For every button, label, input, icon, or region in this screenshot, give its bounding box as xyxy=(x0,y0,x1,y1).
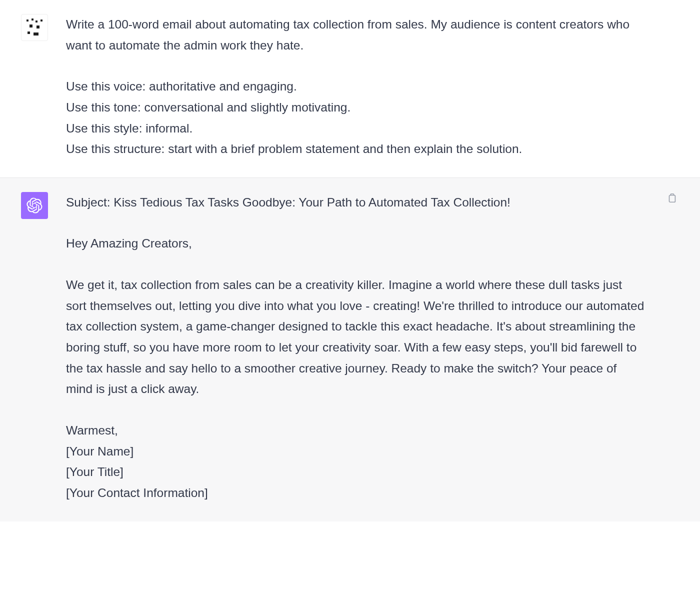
assistant-message: Subject: Kiss Tedious Tax Tasks Goodbye:… xyxy=(0,178,700,522)
email-subject: Subject: Kiss Tedious Tax Tasks Goodbye:… xyxy=(66,192,645,213)
svg-rect-7 xyxy=(34,32,38,36)
assistant-avatar xyxy=(21,192,48,219)
prompt-voice: Use this voice: authoritative and engagi… xyxy=(66,76,645,97)
svg-rect-3 xyxy=(40,20,42,22)
email-greeting: Hey Amazing Creators, xyxy=(66,233,645,254)
svg-rect-4 xyxy=(30,24,32,28)
copy-icon xyxy=(666,192,678,204)
svg-rect-2 xyxy=(36,20,38,22)
user-avatar-icon xyxy=(24,18,44,38)
email-sig-title: [Your Title] xyxy=(66,462,645,482)
copy-button[interactable] xyxy=(665,191,679,205)
prompt-tone: Use this tone: conversational and slight… xyxy=(66,97,645,118)
email-sig-contact: [Your Contact Information] xyxy=(66,482,645,504)
svg-rect-0 xyxy=(26,20,28,22)
user-message-content: Write a 100-word email about automating … xyxy=(66,14,700,160)
user-avatar xyxy=(21,14,48,41)
svg-rect-5 xyxy=(36,26,40,28)
email-sig-name: [Your Name] xyxy=(66,441,645,462)
email-signoff: Warmest, xyxy=(66,420,645,441)
prompt-intro: Write a 100-word email about automating … xyxy=(66,14,645,56)
prompt-structure: Use this structure: start with a brief p… xyxy=(66,138,645,160)
svg-rect-6 xyxy=(28,32,30,34)
user-message: Write a 100-word email about automating … xyxy=(0,0,700,178)
prompt-style: Use this style: informal. xyxy=(66,118,645,139)
svg-rect-8 xyxy=(670,195,676,202)
openai-logo-icon xyxy=(26,198,42,214)
email-body: We get it, tax collection from sales can… xyxy=(66,274,645,400)
assistant-message-content: Subject: Kiss Tedious Tax Tasks Goodbye:… xyxy=(66,192,700,504)
svg-rect-1 xyxy=(32,18,34,20)
